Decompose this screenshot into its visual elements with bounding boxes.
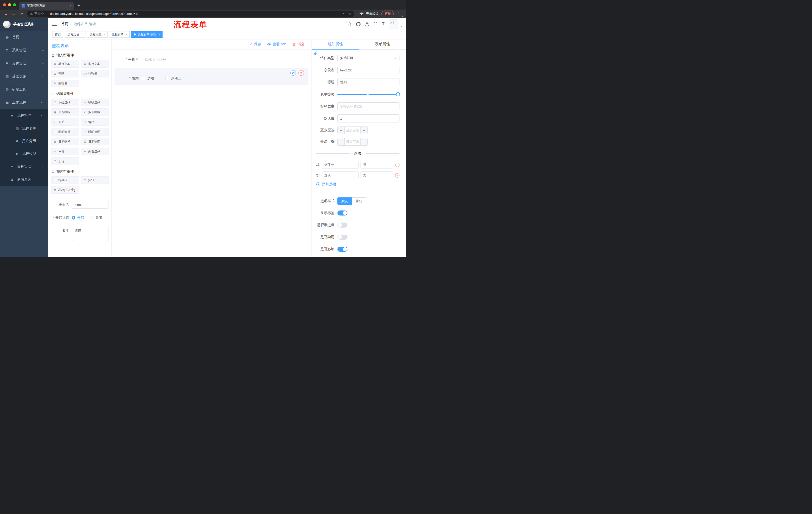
component-chip-table[interactable]: ▦表格[开发中] xyxy=(51,186,79,194)
component-chip-color-picker[interactable]: ◓颜色选择 xyxy=(81,147,109,155)
tag-close-icon[interactable]: × xyxy=(81,33,83,36)
browser-menu-icon[interactable]: ⋮ xyxy=(396,11,400,16)
sidebar-item-leave-query[interactable]: ♟ 请假查询 xyxy=(0,173,48,186)
with-border-switch[interactable] xyxy=(338,222,347,227)
component-chip-rate[interactable]: ☆评分 xyxy=(51,147,79,155)
toolbar-overflow-caret-icon[interactable]: ▾ xyxy=(402,15,403,18)
tag-process-definition[interactable]: 流程定义 × xyxy=(65,31,85,38)
option-label-input[interactable] xyxy=(322,161,358,168)
tag-process-model[interactable]: 流程模型 × xyxy=(87,31,108,38)
checkbox-box[interactable] xyxy=(142,77,145,80)
sidebar-item-task-management[interactable]: ≡ 任务管理 xyxy=(0,160,48,173)
drag-handle-icon[interactable] xyxy=(316,163,320,167)
option-value-input[interactable] xyxy=(360,161,393,168)
option-value-input[interactable] xyxy=(360,171,393,179)
gender-option-2[interactable]: 选项二 xyxy=(165,76,181,81)
delete-widget-button[interactable] xyxy=(298,70,304,76)
remove-option-icon[interactable]: − xyxy=(395,173,400,178)
component-chip-radio-group[interactable]: ◉单选框组 xyxy=(51,108,79,116)
back-button[interactable]: ← xyxy=(2,10,9,17)
component-chip-counter[interactable]: 123计数器 xyxy=(81,70,109,77)
add-option-button[interactable]: + 添加选项 xyxy=(316,182,400,187)
address-bar[interactable]: ⚠ 不安全 dashboard.yudao.iocoder.cn/bpm/man… xyxy=(27,10,354,17)
tag-close-icon[interactable]: × xyxy=(158,33,160,36)
option-style-default-button[interactable]: 默认 xyxy=(338,197,352,205)
copy-widget-button[interactable] xyxy=(290,70,296,76)
selected-widget-gender[interactable]: 性别 选项一 选项二 xyxy=(115,68,308,85)
field-name-input[interactable] xyxy=(338,66,400,74)
show-label-switch[interactable] xyxy=(338,211,347,216)
tag-close-icon[interactable]: × xyxy=(103,33,105,36)
window-zoom-button[interactable] xyxy=(13,3,16,6)
github-icon[interactable] xyxy=(356,22,360,26)
component-chip-row-container[interactable]: ⊞行容器 xyxy=(51,176,79,184)
forward-button[interactable]: → xyxy=(10,10,17,17)
avatar-caret-icon[interactable]: ▾ xyxy=(401,25,402,29)
component-type-select[interactable]: 多选框组 xyxy=(338,54,400,62)
component-chip-upload[interactable]: ↥上传 xyxy=(51,157,79,165)
min-select-placeholder[interactable]: 至少应选 xyxy=(345,127,360,134)
stepper-increase-button[interactable]: + xyxy=(360,127,367,134)
component-chip-password[interactable]: ⊠密码 xyxy=(51,70,79,77)
sidebar-item-infrastructure[interactable]: ▥ 基础设施 xyxy=(0,70,48,83)
sidebar-item-devtools[interactable]: ⚒ 研发工具 xyxy=(0,83,48,96)
sidebar-item-process-form[interactable]: ▤ 流程表单 xyxy=(0,122,48,135)
drag-handle-icon[interactable] xyxy=(316,173,320,177)
stepper-decrease-button[interactable]: − xyxy=(338,127,345,134)
component-chip-editor[interactable]: ✎编辑器 xyxy=(51,80,79,87)
browser-update-button[interactable]: 更新 xyxy=(381,10,394,17)
search-icon[interactable] xyxy=(347,22,352,26)
component-chip-multiline-text[interactable]: ≡多行文本 xyxy=(81,60,109,67)
form-remark-textarea[interactable]: 嘿嘿 xyxy=(72,227,109,241)
view-json-button[interactable]: 查看json xyxy=(267,42,286,47)
component-chip-checkbox-group[interactable]: ☑多选框组 xyxy=(81,108,109,116)
component-chip-time-picker[interactable]: ◷时间选择 xyxy=(51,128,79,136)
sidebar-item-process-management[interactable]: ≣ 流程管理 xyxy=(0,109,48,122)
clear-button[interactable]: 清空 xyxy=(292,42,304,47)
tab-close-icon[interactable]: × xyxy=(69,4,71,7)
form-name-input[interactable] xyxy=(72,201,109,209)
phone-input[interactable] xyxy=(142,55,308,64)
field-phone[interactable]: 手机号 xyxy=(115,55,308,64)
reload-button[interactable]: ⟳ xyxy=(18,10,25,17)
fullscreen-icon[interactable] xyxy=(373,22,378,26)
default-value-input[interactable] xyxy=(338,114,400,123)
stepper-decrease-button[interactable]: − xyxy=(338,138,345,145)
required-switch[interactable] xyxy=(338,247,347,252)
sidebar-item-process-model[interactable]: ▶ 流程模型 xyxy=(0,147,48,160)
stepper-increase-button[interactable]: + xyxy=(360,138,367,145)
link-icon[interactable] xyxy=(313,51,318,57)
component-chip-switch[interactable]: ◐开关 xyxy=(51,118,79,126)
bookmark-star-icon[interactable]: ☆ xyxy=(348,12,351,16)
sidebar-item-workflow[interactable]: ▣ 工作流程 xyxy=(0,96,48,109)
slider-knob[interactable] xyxy=(396,92,400,96)
sidebar-item-user-groups[interactable]: ☻ 用户分组 xyxy=(0,135,48,147)
option-label-input[interactable] xyxy=(322,171,358,179)
remove-option-icon[interactable]: − xyxy=(395,163,400,167)
browser-tab[interactable]: 芋道管理系统 × xyxy=(19,2,74,9)
tag-close-icon[interactable]: × xyxy=(125,33,127,36)
title-input[interactable] xyxy=(338,78,400,86)
sidebar-collapse-icon[interactable] xyxy=(52,23,57,26)
component-chip-button[interactable]: □按钮 xyxy=(81,176,109,184)
option-style-button-button[interactable]: 按钮 xyxy=(352,197,366,205)
disabled-switch[interactable] xyxy=(338,235,347,240)
sidebar-item-home[interactable]: ◉ 首页 xyxy=(0,31,48,44)
window-minimize-button[interactable] xyxy=(8,3,11,6)
password-key-icon[interactable] xyxy=(341,12,345,16)
component-chip-cascader[interactable]: ⋔级联选择 xyxy=(81,99,109,106)
component-chip-date-picker[interactable]: ▦日期选择 xyxy=(51,138,79,145)
component-chip-slider[interactable]: ⊸滑块 xyxy=(81,118,109,126)
breadcrumb-home[interactable]: 首页 xyxy=(61,22,68,26)
help-icon[interactable]: ? xyxy=(365,22,369,26)
gender-option-1[interactable]: 选项一 xyxy=(142,76,158,81)
label-width-input[interactable] xyxy=(338,102,400,110)
tag-process-form[interactable]: 流程表单 × xyxy=(109,31,129,38)
tab-form-props[interactable]: 表单属性 xyxy=(359,39,406,49)
tab-component-props[interactable]: 组件属性 xyxy=(312,39,359,49)
new-tab-button[interactable]: + xyxy=(77,3,80,8)
component-chip-dropdown[interactable]: ⊙下拉选择 xyxy=(51,99,79,106)
component-chip-single-text[interactable]: ▭单行文本 xyxy=(51,60,79,67)
component-chip-date-range[interactable]: ▤日期范围 xyxy=(81,138,109,145)
tag-home[interactable]: 首页 xyxy=(52,31,63,38)
